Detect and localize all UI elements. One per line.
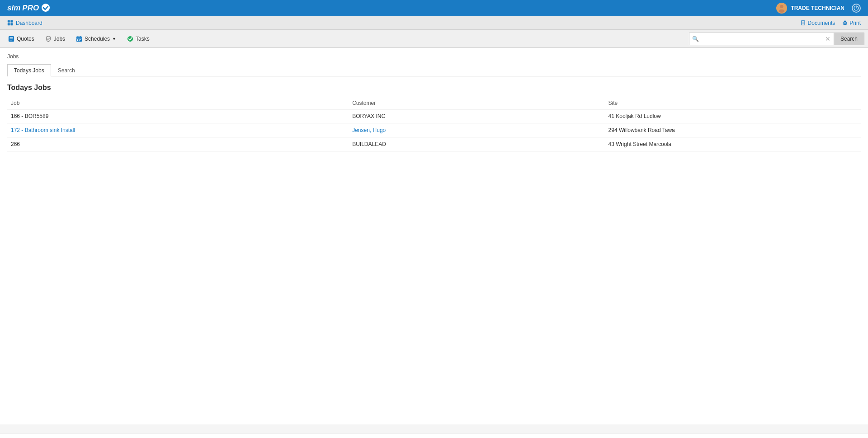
table-cell-job[interactable]: 172 - Bathroom sink Install [7, 123, 349, 137]
table-row: 166 - BOR5589BORYAX INC41 Kooljak Rd Lud… [7, 109, 861, 123]
customer-link[interactable]: Jensen, Hugo [352, 127, 386, 133]
table-header-customer: Customer [349, 97, 604, 109]
dashboard-label: Dashboard [16, 20, 42, 26]
schedules-label: Schedules [85, 36, 110, 42]
section-title: Todays Jobs [7, 84, 861, 92]
svg-rect-28 [79, 40, 80, 41]
table-cell-site: 41 Kooljak Rd Ludlow [605, 109, 861, 123]
avatar [776, 3, 787, 14]
tab-search[interactable]: Search [51, 64, 82, 76]
table-cell-site: 43 Wright Street Marcoola [605, 137, 861, 151]
nav-item-quotes[interactable]: Quotes [4, 34, 39, 44]
logo-sim: sim [7, 4, 20, 13]
user-area: TRADE TECHNICIAN [776, 3, 844, 14]
print-icon [842, 20, 848, 26]
nav-item-tasks[interactable]: Tasks [123, 34, 154, 44]
nav-item-jobs[interactable]: Jobs [41, 34, 70, 44]
tab-search-label: Search [58, 67, 75, 74]
svg-rect-26 [80, 39, 81, 40]
footer: simPRO - Copyright 2003-2020, All Rights… [0, 433, 868, 438]
top-navigation-bar: simPRO TRADE TECHNICIAN [0, 0, 868, 16]
search-button[interactable]: Search [834, 33, 864, 45]
search-area: 🔍 ✕ Search [689, 33, 864, 45]
main-toolbar: Quotes Jobs [0, 30, 868, 48]
toolbar-nav-items: Quotes Jobs [4, 34, 154, 44]
top-bar-right: TRADE TECHNICIAN [776, 3, 861, 14]
search-clear-icon[interactable]: ✕ [825, 35, 830, 42]
quotes-icon [8, 36, 14, 42]
table-cell-customer: BUILDALEAD [349, 137, 604, 151]
table-header: Job Customer Site [7, 97, 861, 109]
logout-button[interactable] [852, 4, 861, 13]
tabs-container: Todays Jobs Search [7, 64, 861, 76]
table-cell-customer[interactable]: Jensen, Hugo [349, 123, 604, 137]
table-header-job: Job [7, 97, 349, 109]
search-input-wrap: 🔍 ✕ [689, 33, 834, 45]
table-cell-site: 294 Willowbank Road Tawa [605, 123, 861, 137]
todays-jobs-content: Todays Jobs Job Customer Site 166 - BOR5… [7, 84, 861, 151]
table-header-site: Site [605, 97, 861, 109]
jobs-table: Job Customer Site 166 - BOR5589BORYAX IN… [7, 97, 861, 151]
table-row: 266BUILDALEAD43 Wright Street Marcoola [7, 137, 861, 151]
search-input[interactable] [689, 33, 834, 45]
svg-rect-14 [844, 23, 846, 24]
quotes-label: Quotes [17, 36, 34, 42]
table-cell-customer: BORYAX INC [349, 109, 604, 123]
breadcrumb: Jobs [7, 53, 861, 60]
jobs-icon [45, 36, 52, 42]
search-glass-icon: 🔍 [692, 36, 699, 42]
tab-todays-jobs-label: Todays Jobs [14, 67, 44, 74]
table-body: 166 - BOR5589BORYAX INC41 Kooljak Rd Lud… [7, 109, 861, 151]
user-avatar-icon [777, 3, 787, 13]
tab-todays-jobs[interactable]: Todays Jobs [7, 64, 51, 76]
main-content: Jobs Todays Jobs Search Todays Jobs Job … [0, 48, 868, 424]
jobs-label: Jobs [54, 36, 65, 42]
schedules-caret-icon: ▼ [112, 37, 116, 41]
svg-rect-4 [8, 20, 10, 23]
documents-label: Documents [808, 20, 835, 26]
documents-icon [801, 20, 806, 26]
tasks-label: Tasks [136, 36, 150, 42]
svg-rect-13 [844, 20, 846, 22]
job-link[interactable]: 172 - Bathroom sink Install [11, 127, 75, 133]
print-link[interactable]: Print [842, 20, 861, 26]
power-icon [853, 5, 859, 11]
logo-pro: PRO [22, 4, 39, 13]
table-cell-job: 266 [7, 137, 349, 151]
table-row: 172 - Bathroom sink InstallJensen, Hugo2… [7, 123, 861, 137]
svg-rect-6 [8, 23, 10, 25]
svg-point-0 [780, 5, 783, 8]
svg-rect-24 [77, 39, 78, 40]
tasks-icon [127, 36, 133, 42]
table-cell-job: 166 - BOR5589 [7, 109, 349, 123]
svg-rect-25 [79, 39, 80, 40]
documents-link[interactable]: Documents [801, 20, 835, 26]
schedules-icon [76, 36, 82, 42]
logo-checkmark-icon [42, 4, 50, 12]
dashboard-link[interactable]: Dashboard [7, 20, 42, 26]
username-label: TRADE TECHNICIAN [791, 5, 844, 11]
svg-rect-5 [10, 20, 13, 23]
secondary-nav-right: Documents Print [801, 20, 861, 26]
logo-icon [42, 4, 50, 12]
nav-item-schedules[interactable]: Schedules ▼ [71, 34, 121, 44]
svg-point-1 [779, 9, 785, 13]
secondary-navigation: Dashboard Documents Print [0, 16, 868, 30]
svg-rect-7 [10, 23, 13, 25]
app-logo: simPRO [7, 4, 50, 13]
dashboard-icon [7, 20, 13, 26]
svg-rect-27 [77, 40, 78, 41]
print-label: Print [849, 20, 861, 26]
svg-point-15 [846, 23, 847, 24]
